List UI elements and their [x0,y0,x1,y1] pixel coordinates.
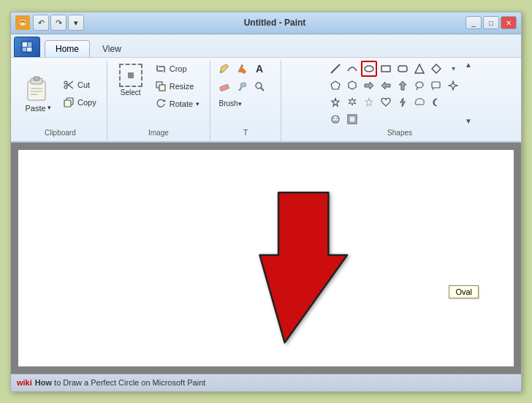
shape-callout-rect[interactable] [428,78,444,94]
ribbon: Home View [11,34,521,143]
svg-marker-38 [331,81,340,89]
image-btn-group: Crop Resize [151,61,204,112]
copy-button[interactable]: Copy [58,94,101,110]
svg-point-29 [240,83,246,87]
shapes-container: ▾ [327,61,461,127]
crop-button[interactable]: Crop [151,61,204,77]
shape-up-arrow[interactable] [395,78,411,94]
tab-view[interactable]: View [91,40,132,57]
pencil-tool[interactable] [216,61,232,77]
group-tools: A [210,61,281,141]
maximize-button[interactable]: □ [483,16,499,29]
paste-button[interactable]: Paste ▾ [20,72,56,116]
svg-rect-3 [23,42,27,46]
svg-marker-46 [332,98,339,106]
svg-line-32 [331,64,340,73]
shape-line[interactable] [327,61,343,77]
undo-button[interactable]: ↶ [33,15,49,31]
svg-rect-5 [23,47,26,50]
shape-frame[interactable] [344,111,360,127]
brush-tool[interactable]: Brush ▾ [216,96,244,112]
shapes-row-2 [327,78,461,94]
copy-icon [63,97,75,108]
shape-hexagon[interactable] [344,78,360,94]
clipboard-tools: Paste ▾ [20,61,101,127]
svg-rect-28 [219,84,229,91]
shape-moon[interactable] [428,94,444,110]
paste-dropdown-arrow: ▾ [48,104,51,111]
svg-marker-45 [449,81,457,90]
svg-marker-48 [365,98,373,106]
image-tools: Select [113,61,204,127]
resize-button[interactable]: Resize [151,78,204,94]
rotate-icon [155,98,167,110]
svg-rect-18 [64,100,71,107]
svg-rect-35 [398,66,407,72]
svg-point-51 [333,118,335,119]
shape-heart[interactable] [378,94,394,110]
svg-line-16 [67,81,74,86]
shape-star4[interactable] [445,78,461,94]
svg-rect-34 [381,66,390,72]
svg-point-43 [416,82,423,88]
minimize-button[interactable]: _ [466,16,482,29]
svg-marker-37 [432,64,441,73]
shape-star-hollow[interactable] [361,94,377,110]
svg-rect-9 [34,77,39,80]
shape-lightning[interactable] [395,94,411,110]
shape-diamond[interactable] [428,61,444,77]
color-picker-tool[interactable] [234,78,250,94]
close-button[interactable]: ✕ [501,16,517,29]
oval-tooltip: Oval [449,285,479,298]
shape-triangle[interactable] [411,61,428,77]
svg-point-14 [64,86,67,88]
shape-oval[interactable] [361,61,377,77]
shape-cloud[interactable] [411,94,428,110]
status-how-text: How to Draw a Perfect Circle on Microsof… [35,378,206,387]
shape-arrow-right[interactable] [361,78,377,94]
resize-icon [155,80,167,92]
window-title: Untitled - Paint [87,18,463,28]
group-shapes: ▾ [281,61,518,141]
svg-point-30 [256,83,262,88]
shape-curve[interactable] [344,61,360,77]
tools-label: T [216,127,275,138]
quick-access-dropdown[interactable]: ▾ [68,15,84,31]
select-button[interactable]: Select [113,61,148,99]
shape-pentagon[interactable] [327,78,343,94]
cut-button[interactable]: Cut [58,77,101,93]
group-clipboard: Paste ▾ [14,61,107,141]
cut-copy-group: Cut Copy [58,77,101,110]
shapes-scroll-down[interactable]: ▼ [465,117,472,125]
shape-star6[interactable] [344,94,360,110]
shape-left-arrow[interactable] [378,78,394,94]
svg-point-13 [64,81,67,84]
svg-marker-42 [399,81,406,90]
shape-star5[interactable] [327,94,343,110]
shape-more[interactable]: ▾ [445,61,461,77]
svg-rect-6 [27,47,31,50]
window-controls: _ □ ✕ [466,16,517,29]
svg-rect-4 [28,42,31,46]
paint-canvas[interactable] [18,150,514,366]
svg-rect-54 [349,116,355,122]
group-image: Select [107,61,210,141]
svg-point-33 [365,66,373,72]
text-tool[interactable]: A [251,61,267,77]
redo-button[interactable]: ↷ [50,15,66,31]
eraser-tool[interactable] [216,78,232,94]
ribbon-content: Paste ▾ [11,57,521,141]
shape-smiley[interactable] [327,111,343,127]
rotate-button[interactable]: Rotate ▾ [151,96,204,112]
shape-rounded-rect[interactable] [395,61,411,77]
svg-marker-49 [400,98,405,107]
svg-point-52 [336,118,338,119]
tab-home[interactable]: Home [45,40,90,57]
magnifier-tool[interactable] [251,78,267,94]
paint-menu-button[interactable] [14,37,40,57]
fill-tool[interactable] [234,61,250,77]
shape-rect[interactable] [378,61,394,77]
shapes-scroll-up[interactable]: ▲ [465,61,472,69]
shape-callout-oval[interactable] [411,78,428,94]
tools-icons: A [216,61,275,127]
